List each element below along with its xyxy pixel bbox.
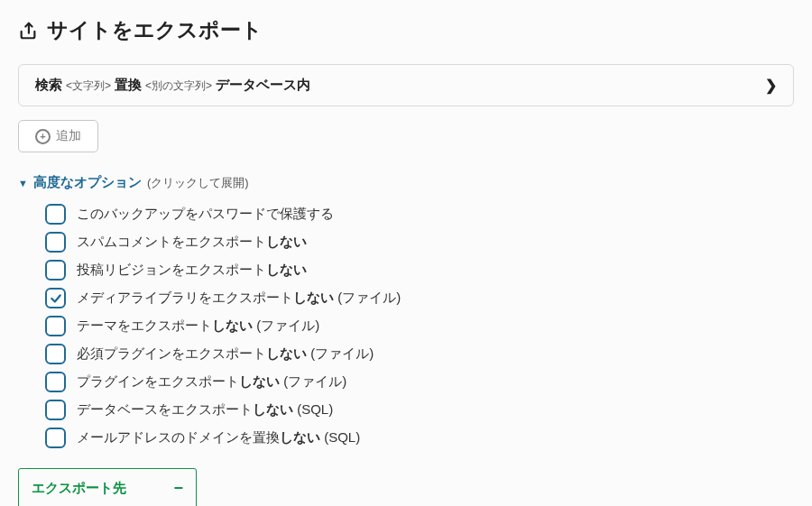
option-mail-label: メールアドレスのドメインを置換しない (SQL) xyxy=(77,429,360,446)
option-mustplug-checkbox[interactable] xyxy=(45,344,66,364)
page-title: サイトをエクスポート xyxy=(47,16,263,44)
page-header: サイトをエクスポート xyxy=(18,16,794,44)
option-pw-checkbox[interactable] xyxy=(45,204,66,225)
search-placeholder: <文字列> xyxy=(66,78,111,94)
option-mail-checkbox[interactable] xyxy=(45,428,66,448)
option-spam-checkbox[interactable] xyxy=(45,232,66,253)
option-mustplug-label: 必須プラグインをエクスポートしない (ファイル) xyxy=(77,345,374,363)
minus-icon: − xyxy=(173,479,183,498)
option-db-checkbox[interactable] xyxy=(45,400,66,420)
option-label-suffix: (ファイル) xyxy=(334,290,401,305)
options-list: このバックアップをパスワードで保護するスパムコメントをエクスポートしない投稿リビ… xyxy=(18,204,794,448)
option-label-strong: しない xyxy=(266,345,307,361)
option-theme-checkbox[interactable] xyxy=(45,316,66,336)
option-db: データベースをエクスポートしない (SQL) xyxy=(45,400,794,420)
option-label-strong: しない xyxy=(253,401,293,417)
option-plugins-label: プラグインをエクスポートしない (ファイル) xyxy=(77,373,346,391)
option-label-pre: このバックアップをパスワードで保護する xyxy=(77,206,334,221)
option-label-pre: メールアドレスのドメインを置換 xyxy=(77,429,280,445)
option-label-pre: プラグインをエクスポート xyxy=(77,373,239,389)
option-db-label: データベースをエクスポートしない (SQL) xyxy=(77,401,333,419)
search-replace-bar[interactable]: 検索 <文字列> 置換 <別の文字列> データベース内 ❯ xyxy=(18,64,794,106)
search-label: 検索 xyxy=(35,77,62,94)
option-spam-label: スパムコメントをエクスポートしない xyxy=(77,234,307,251)
option-pw-label: このバックアップをパスワードで保護する xyxy=(77,206,334,223)
option-label-suffix: (ファイル) xyxy=(307,345,374,361)
option-label-pre: メディアライブラリをエクスポート xyxy=(77,290,293,305)
option-label-strong: しない xyxy=(266,262,307,277)
option-mustplug: 必須プラグインをエクスポートしない (ファイル) xyxy=(45,344,794,364)
option-label-suffix: (SQL) xyxy=(320,429,360,445)
option-mail: メールアドレスのドメインを置換しない (SQL) xyxy=(45,428,794,448)
option-plugins: プラグインをエクスポートしない (ファイル) xyxy=(45,372,794,392)
option-label-suffix: (SQL) xyxy=(293,401,333,417)
option-label-strong: しない xyxy=(266,234,307,249)
option-theme-label: テーマをエクスポートしない (ファイル) xyxy=(77,317,319,335)
option-plugins-checkbox[interactable] xyxy=(45,372,66,392)
triangle-down-icon: ▼ xyxy=(18,178,28,189)
export-icon xyxy=(18,21,38,41)
option-label-pre: 必須プラグインをエクスポート xyxy=(77,345,266,361)
export-destination-header[interactable]: エクスポート先 − xyxy=(19,469,196,506)
option-label-strong: しない xyxy=(212,317,253,333)
advanced-options-label: 高度なオプション xyxy=(33,174,142,191)
option-media-checkbox[interactable] xyxy=(45,288,66,308)
option-theme: テーマをエクスポートしない (ファイル) xyxy=(45,316,794,336)
plus-circle-icon: + xyxy=(35,129,51,144)
search-replace-text: 検索 <文字列> 置換 <別の文字列> データベース内 xyxy=(35,77,310,94)
option-label-pre: テーマをエクスポート xyxy=(77,317,212,333)
export-destination-box: エクスポート先 − ファイル xyxy=(18,468,197,506)
replace-placeholder: <別の文字列> xyxy=(145,78,212,94)
option-label-pre: データベースをエクスポート xyxy=(77,401,253,417)
option-label-strong: しない xyxy=(239,373,280,389)
option-media: メディアライブラリをエクスポートしない (ファイル) xyxy=(45,288,794,308)
option-label-suffix: (ファイル) xyxy=(253,317,319,333)
advanced-options-toggle[interactable]: ▼ 高度なオプション (クリックして展開) xyxy=(18,174,794,191)
option-rev: 投稿リビジョンをエクスポートしない xyxy=(45,260,794,281)
option-rev-checkbox[interactable] xyxy=(45,260,66,281)
add-button-label: 追加 xyxy=(56,128,81,144)
option-pw: このバックアップをパスワードで保護する xyxy=(45,204,794,225)
option-label-pre: 投稿リビジョンをエクスポート xyxy=(77,262,266,277)
replace-label: 置換 xyxy=(115,77,142,94)
option-label-pre: スパムコメントをエクスポート xyxy=(77,234,266,249)
option-spam: スパムコメントをエクスポートしない xyxy=(45,232,794,253)
export-destination-label: エクスポート先 xyxy=(32,480,126,497)
option-rev-label: 投稿リビジョンをエクスポートしない xyxy=(77,262,307,279)
option-media-label: メディアライブラリをエクスポートしない (ファイル) xyxy=(77,290,401,307)
chevron-right-icon: ❯ xyxy=(765,77,777,94)
option-label-suffix: (ファイル) xyxy=(280,373,346,389)
advanced-options-hint: (クリックして展開) xyxy=(147,175,249,191)
database-label: データベース内 xyxy=(216,77,310,94)
option-label-strong: しない xyxy=(293,290,334,305)
add-button[interactable]: + 追加 xyxy=(18,120,98,152)
option-label-strong: しない xyxy=(280,429,320,445)
